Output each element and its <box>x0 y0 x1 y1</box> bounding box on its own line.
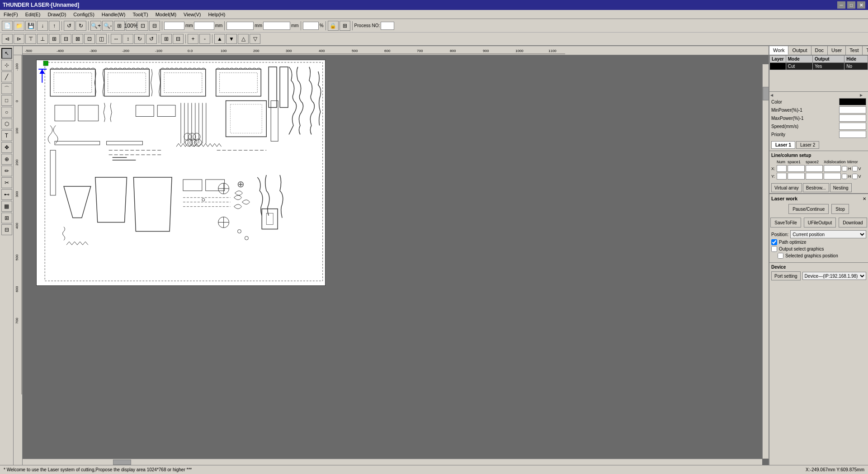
tab-work[interactable]: Work <box>769 46 788 55</box>
zoom-100-button[interactable]: 100% <box>126 21 137 31</box>
measure-tool[interactable]: ⊷ <box>1 189 12 200</box>
photo-tool[interactable]: ⊞ <box>1 213 12 223</box>
pause-continue-button[interactable]: Pause/Continue <box>788 204 829 214</box>
canvas-workspace[interactable]: ⊕ <box>23 55 769 465</box>
min-power-input[interactable]: 50.0 <box>839 106 866 114</box>
distribute-h-btn[interactable]: ⊠ <box>72 34 83 44</box>
coord-x-input[interactable]: 450 <box>164 22 184 30</box>
priority-input[interactable]: 1 <box>839 131 866 138</box>
menu-view[interactable]: View(V) <box>180 11 204 18</box>
flip-v-btn[interactable]: ↕ <box>123 34 133 44</box>
menu-handle[interactable]: Handle(W) <box>98 11 129 18</box>
ungroup-btn[interactable]: ⊟ <box>173 34 184 44</box>
break-btn[interactable]: - <box>199 34 210 44</box>
lc-y-num[interactable]: 1 <box>777 173 787 180</box>
download-button[interactable]: Download <box>839 218 867 228</box>
redo-button[interactable]: ↺ <box>64 21 75 31</box>
tab-output[interactable]: Output <box>788 46 811 55</box>
grid-tool[interactable]: ⊟ <box>1 224 12 235</box>
align-bottom-btn[interactable]: ⊥ <box>37 34 48 44</box>
coord-y-input[interactable]: 300 <box>194 22 214 30</box>
save-button[interactable]: 💾 <box>25 21 36 31</box>
size-w-input[interactable]: 842.686 <box>226 22 254 30</box>
close-button[interactable]: ✕ <box>857 1 865 9</box>
lc-y-mirror-h[interactable] <box>842 174 847 179</box>
device-select[interactable]: Device---(IP:192.168.1.98) <box>802 272 866 280</box>
zoom-in-button[interactable]: 🔍+ <box>90 21 101 31</box>
lc-x-space1[interactable]: 0.000 <box>788 165 805 172</box>
import-button[interactable]: ↓ <box>37 21 48 31</box>
tab-user[interactable]: User <box>828 46 846 55</box>
lc-x-mirror-v[interactable] <box>852 166 858 171</box>
flip-h-btn[interactable]: ↔ <box>111 34 122 44</box>
menu-config[interactable]: Config(S) <box>70 11 98 18</box>
lc-y-space2[interactable]: 0.000 <box>806 173 823 180</box>
align-right-btn[interactable]: ⊳ <box>14 34 24 44</box>
forward-btn[interactable]: △ <box>238 34 249 44</box>
fill-tool[interactable]: ▦ <box>1 201 12 212</box>
combine-btn[interactable]: + <box>188 34 198 44</box>
tab-transform[interactable]: Transform <box>863 46 868 55</box>
select-tool[interactable]: ↖ <box>1 48 12 59</box>
same-width-btn[interactable]: ◫ <box>96 34 107 44</box>
position-select[interactable]: Current position Absolute origin Machine… <box>790 230 866 238</box>
main-canvas[interactable]: ⊕ <box>36 60 326 286</box>
output-select-checkbox[interactable] <box>771 246 777 252</box>
save-to-file-button[interactable]: SaveToFile <box>770 218 801 228</box>
line-tool[interactable]: ╱ <box>1 71 12 82</box>
to-front-btn[interactable]: ▲ <box>214 34 225 44</box>
pen-tool[interactable]: ✏ <box>1 166 12 176</box>
horizontal-scrollbar[interactable] <box>23 459 762 465</box>
lc-x-xdis[interactable]: 0.000 <box>824 165 841 172</box>
zoom-all-button[interactable]: ⊟ <box>149 21 160 31</box>
laser1-tab[interactable]: Laser 1 <box>771 141 795 149</box>
max-power-input[interactable]: 50.0 <box>839 114 866 122</box>
polyline-tool[interactable]: ⌒ <box>1 83 12 94</box>
laser-work-close-icon[interactable]: ✕ <box>863 196 866 201</box>
speed-input[interactable]: 40.00 <box>839 123 866 130</box>
node-tool[interactable]: ⊹ <box>1 60 12 71</box>
process-no-input[interactable]: 0 <box>381 22 394 30</box>
rect-tool[interactable]: □ <box>1 95 12 106</box>
menu-file[interactable]: File(F) <box>0 11 22 18</box>
to-back-btn[interactable]: ▼ <box>226 34 237 44</box>
ufile-output-button[interactable]: UFileOutput <box>804 218 836 228</box>
stop-button[interactable]: Stop <box>831 204 849 214</box>
undo-button[interactable]: ↻ <box>75 21 86 31</box>
lc-y-mirror-v[interactable] <box>852 174 858 179</box>
vertical-scrollbar[interactable] <box>762 64 769 459</box>
align-top-btn[interactable]: ⊤ <box>25 34 36 44</box>
layer-row[interactable]: Cut Yes No <box>770 63 868 70</box>
select-mode-btn[interactable]: ⊞ <box>340 21 350 31</box>
distribute-v-btn[interactable]: ⊡ <box>84 34 95 44</box>
rotate-ccw-btn[interactable]: ↺ <box>146 34 157 44</box>
menu-edit[interactable]: Edit(E) <box>22 11 44 18</box>
size-h-input[interactable]: 573.658 <box>263 22 290 30</box>
tab-doc[interactable]: Doc <box>811 46 828 55</box>
zoom-fit-button[interactable]: ⊞ <box>114 21 125 31</box>
align-hcenter-btn[interactable]: ⊞ <box>49 34 60 44</box>
open-button[interactable]: 📁 <box>14 21 24 31</box>
tab-test[interactable]: Test <box>846 46 863 55</box>
text-tool[interactable]: T <box>1 130 12 141</box>
laser2-tab[interactable]: Laser 2 <box>796 141 819 149</box>
menu-tool[interactable]: Tool(T) <box>129 11 151 18</box>
lock-ratio-btn[interactable]: 🔒 <box>328 21 339 31</box>
selected-graphics-checkbox[interactable] <box>778 253 783 259</box>
cut-tool[interactable]: ✂ <box>1 177 12 188</box>
color-picker[interactable] <box>839 98 866 105</box>
group-btn[interactable]: ⊞ <box>161 34 172 44</box>
bestrow-button[interactable]: Bestrow... <box>803 183 829 192</box>
maximize-button[interactable]: □ <box>847 1 855 9</box>
scale-input[interactable]: 100 <box>303 22 319 30</box>
zoom-select-button[interactable]: ⊡ <box>137 21 148 31</box>
new-button[interactable]: 📄 <box>2 21 13 31</box>
polygon-tool[interactable]: ⬡ <box>1 118 12 129</box>
export-button[interactable]: ↑ <box>49 21 60 31</box>
lc-x-num[interactable]: 1 <box>777 165 787 172</box>
minimize-button[interactable]: ─ <box>837 1 845 9</box>
backward-btn[interactable]: ▽ <box>250 34 260 44</box>
menu-help[interactable]: Help(H) <box>204 11 229 18</box>
virtual-array-button[interactable]: Virtual array <box>771 183 802 192</box>
port-setting-button[interactable]: Port setting <box>771 271 801 280</box>
